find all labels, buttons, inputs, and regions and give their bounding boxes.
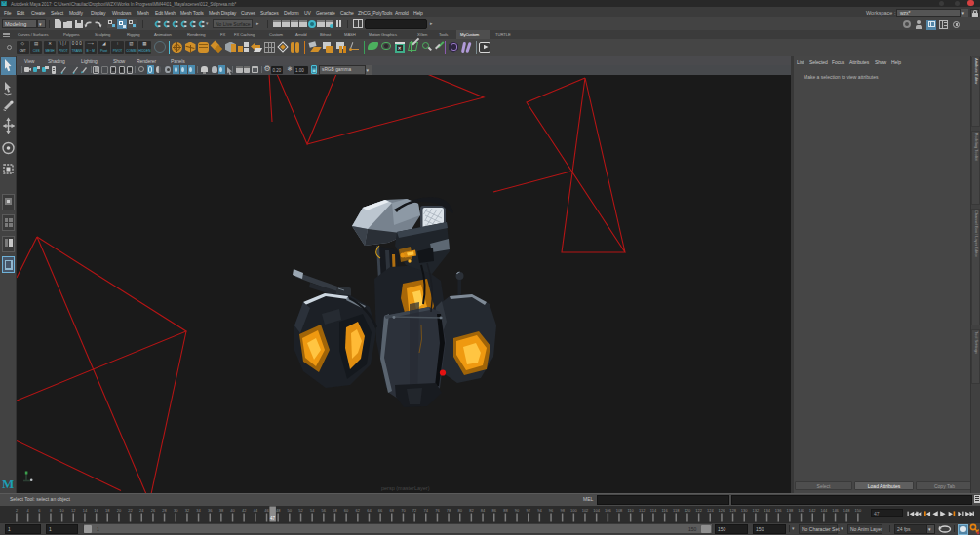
svg-text:64: 64	[367, 508, 372, 513]
svg-text:108: 108	[616, 508, 623, 513]
svg-text:84: 84	[481, 508, 486, 513]
svg-text:96: 96	[549, 508, 554, 513]
svg-text:118: 118	[673, 508, 680, 513]
svg-text:142: 142	[809, 508, 816, 513]
svg-text:36: 36	[208, 508, 213, 513]
svg-text:48: 48	[276, 508, 281, 513]
svg-text:148: 148	[843, 508, 850, 513]
svg-text:94: 94	[537, 508, 542, 513]
svg-text:42: 42	[242, 508, 247, 513]
svg-text:82: 82	[469, 508, 474, 513]
svg-text:44: 44	[254, 508, 258, 513]
svg-text:60: 60	[344, 508, 349, 513]
svg-text:140: 140	[798, 508, 804, 513]
svg-text:72: 72	[412, 508, 417, 513]
svg-text:18: 18	[105, 508, 110, 513]
svg-text:122: 122	[695, 508, 702, 513]
svg-text:106: 106	[605, 508, 611, 513]
svg-text:52: 52	[298, 508, 303, 513]
svg-text:68: 68	[390, 508, 395, 513]
svg-text:47: 47	[270, 516, 276, 521]
svg-text:150: 150	[854, 508, 861, 513]
svg-text:persp (masterLayer): persp (masterLayer)	[381, 485, 430, 491]
svg-text:2: 2	[16, 508, 19, 513]
svg-text:32: 32	[185, 508, 190, 513]
svg-text:20: 20	[117, 508, 122, 513]
svg-text:70: 70	[401, 508, 406, 513]
svg-text:126: 126	[719, 508, 725, 513]
svg-text:46: 46	[264, 508, 269, 513]
svg-text:26: 26	[151, 508, 156, 513]
svg-text:120: 120	[685, 508, 691, 513]
svg-text:92: 92	[526, 508, 530, 513]
svg-text:54: 54	[310, 508, 315, 513]
svg-text:134: 134	[764, 508, 770, 513]
svg-text:110: 110	[627, 508, 634, 513]
svg-text:56: 56	[322, 508, 327, 513]
svg-text:40: 40	[230, 508, 235, 513]
svg-text:132: 132	[753, 508, 760, 513]
svg-text:136: 136	[775, 508, 782, 513]
svg-text:80: 80	[457, 508, 462, 513]
svg-text:124: 124	[707, 508, 714, 513]
svg-text:138: 138	[787, 508, 794, 513]
svg-text:102: 102	[582, 508, 589, 513]
svg-text:6: 6	[38, 508, 41, 513]
svg-text:146: 146	[832, 508, 839, 513]
svg-text:112: 112	[639, 508, 646, 513]
svg-text:76: 76	[435, 508, 440, 513]
svg-text:8: 8	[50, 508, 53, 513]
svg-text:98: 98	[560, 508, 565, 513]
svg-text:12: 12	[71, 508, 76, 513]
svg-text:114: 114	[650, 508, 657, 513]
svg-text:50: 50	[288, 508, 293, 513]
svg-text:66: 66	[378, 508, 383, 513]
svg-text:38: 38	[219, 508, 224, 513]
svg-text:58: 58	[333, 508, 337, 513]
svg-text:130: 130	[741, 508, 748, 513]
svg-text:14: 14	[83, 508, 88, 513]
svg-text:22: 22	[128, 508, 133, 513]
svg-text:100: 100	[570, 508, 577, 513]
svg-text:30: 30	[174, 508, 178, 513]
svg-text:128: 128	[729, 508, 736, 513]
svg-text:24: 24	[139, 508, 144, 513]
svg-text:74: 74	[424, 508, 429, 513]
svg-text:144: 144	[821, 508, 828, 513]
svg-text:34: 34	[196, 508, 201, 513]
svg-text:90: 90	[515, 508, 520, 513]
svg-text:78: 78	[447, 508, 451, 513]
svg-text:16: 16	[94, 508, 98, 513]
svg-text:10: 10	[59, 508, 64, 513]
svg-text:86: 86	[491, 508, 496, 513]
svg-text:104: 104	[593, 508, 600, 513]
svg-text:4: 4	[27, 508, 30, 513]
svg-text:88: 88	[503, 508, 508, 513]
svg-text:116: 116	[661, 508, 668, 513]
svg-text:28: 28	[162, 508, 167, 513]
svg-text:62: 62	[356, 508, 361, 513]
